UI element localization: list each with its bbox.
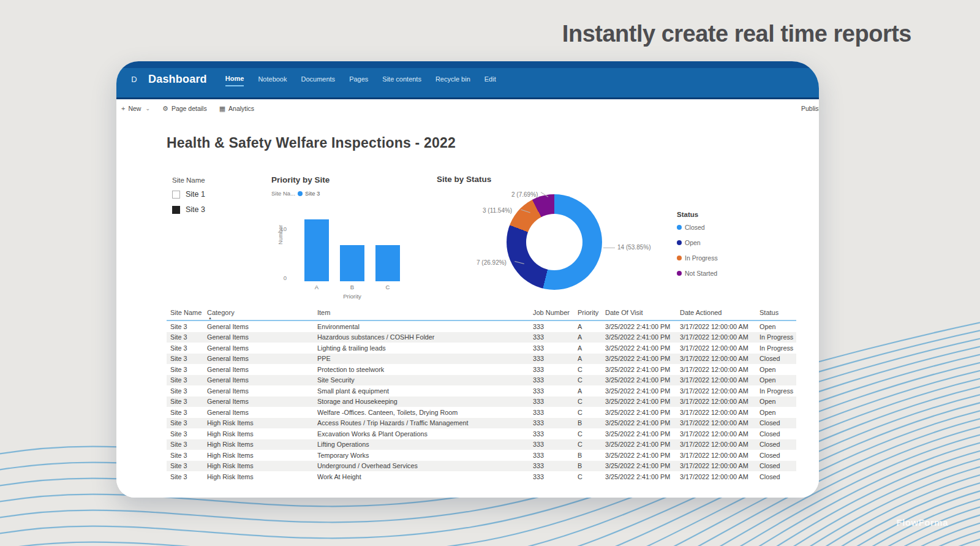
legend-item-closed[interactable]: Closed xyxy=(677,224,718,231)
legend-item-open[interactable]: Open xyxy=(677,239,718,246)
table-cell: 333 xyxy=(533,430,578,438)
table-cell: 333 xyxy=(533,366,578,373)
table-cell: 333 xyxy=(533,376,578,384)
table-cell: 3/17/2022 12:00:00 AM xyxy=(680,452,760,459)
nav-documents[interactable]: Documents xyxy=(301,73,335,86)
table-header-row: Site NameCategory▲ItemJob NumberPriority… xyxy=(167,309,796,321)
publish-button[interactable]: Publish xyxy=(801,99,819,118)
inspections-table: Site NameCategory▲ItemJob NumberPriority… xyxy=(167,309,796,482)
table-cell: Open xyxy=(760,376,796,384)
nav-home[interactable]: Home xyxy=(225,72,244,86)
checkbox-unchecked-icon[interactable] xyxy=(172,191,180,199)
table-cell: 3/17/2022 12:00:00 AM xyxy=(680,409,760,416)
table-row[interactable]: Site 3High Risk ItemsWork At Height333C3… xyxy=(167,471,796,482)
table-row[interactable]: Site 3General ItemsStorage and Housekeep… xyxy=(167,396,796,408)
table-cell: General Items xyxy=(207,355,317,362)
legend-item-not-started[interactable]: Not Started xyxy=(677,270,718,277)
table-row[interactable]: Site 3High Risk ItemsUnderground / Overh… xyxy=(167,461,796,472)
table-row[interactable]: Site 3High Risk ItemsExcavation Works & … xyxy=(167,428,796,439)
report-canvas: Health & Safety Welfare Inspections - 20… xyxy=(116,118,819,498)
table-cell: 3/17/2022 12:00:00 AM xyxy=(680,344,760,352)
bar-B[interactable] xyxy=(340,245,364,281)
table-cell: 3/25/2022 2:41:00 PM xyxy=(605,430,680,438)
column-header-category[interactable]: Category▲ xyxy=(207,309,317,316)
table-row[interactable]: Site 3General ItemsHazardous substances … xyxy=(167,332,796,343)
table-cell: Site Security xyxy=(317,376,533,384)
table-cell: 3/25/2022 2:41:00 PM xyxy=(605,441,680,448)
table-cell: Site 3 xyxy=(170,398,207,405)
table-row[interactable]: Site 3General ItemsPPE333A3/25/2022 2:41… xyxy=(167,354,796,365)
nav-pages[interactable]: Pages xyxy=(349,73,368,86)
column-header-priority[interactable]: Priority xyxy=(578,309,605,316)
column-header-status[interactable]: Status xyxy=(760,309,796,316)
analytics-icon: ▦ xyxy=(219,105,225,113)
top-nav: HomeNotebookDocumentsPagesSite contentsR… xyxy=(225,72,496,86)
table-row[interactable]: Site 3High Risk ItemsAccess Routes / Tri… xyxy=(167,418,796,429)
table-row[interactable]: Site 3General ItemsSmall plant & equipme… xyxy=(167,385,796,396)
table-cell: 3/17/2022 12:00:00 AM xyxy=(680,419,760,427)
table-cell: 3/17/2022 12:00:00 AM xyxy=(680,387,760,395)
table-cell: Site 3 xyxy=(170,323,207,330)
table-row[interactable]: Site 3General ItemsWelfare -Offices. Can… xyxy=(167,407,796,418)
nav-notebook[interactable]: Notebook xyxy=(258,73,287,86)
table-row[interactable]: Site 3General ItemsProtection to steelwo… xyxy=(167,364,796,375)
column-header-item[interactable]: Item xyxy=(317,309,533,316)
column-header-date-actioned[interactable]: Date Actioned xyxy=(680,309,760,316)
bar-chart-x-labels: ABC xyxy=(300,284,404,290)
nav-site-contents[interactable]: Site contents xyxy=(382,73,421,86)
checkbox-checked-icon[interactable] xyxy=(172,206,180,214)
bar-chart-title: Priority by Site xyxy=(271,175,330,184)
slicer-option-label: Site 1 xyxy=(186,190,205,199)
table-cell: Site 3 xyxy=(170,376,207,384)
table-cell: Open xyxy=(760,409,796,416)
new-button-label: New xyxy=(128,105,141,112)
nav-recycle-bin[interactable]: Recycle bin xyxy=(435,73,470,86)
analytics-label: Analytics xyxy=(228,105,254,112)
table-cell: General Items xyxy=(207,409,317,416)
bar-chart-x-axis-title: Priority xyxy=(300,293,404,300)
table-cell: B xyxy=(578,452,605,459)
legend-item-label: Closed xyxy=(685,224,705,231)
table-cell: 333 xyxy=(533,355,578,362)
table-row[interactable]: Site 3General ItemsLighting & trailing l… xyxy=(167,343,796,354)
column-header-job-number[interactable]: Job Number xyxy=(533,309,578,316)
table-cell: 3/17/2022 12:00:00 AM xyxy=(680,441,760,448)
bar-C[interactable] xyxy=(375,245,400,281)
slicer-option-site-1[interactable]: Site 1 xyxy=(172,190,205,199)
table-cell: Lifting Operations xyxy=(317,441,533,448)
column-header-site-name[interactable]: Site Name xyxy=(170,309,207,316)
table-row[interactable]: Site 3High Risk ItemsLifting Operations3… xyxy=(167,439,796,450)
donut-callout-closed: 14 (53.85%) xyxy=(617,244,650,251)
bar-legend-series: Site 3 xyxy=(305,190,320,197)
page-details-button[interactable]: ⚙ Page details xyxy=(162,105,207,113)
table-row[interactable]: Site 3General ItemsSite Security333C3/25… xyxy=(167,375,796,386)
bar-A[interactable] xyxy=(304,219,329,281)
callout-line xyxy=(603,248,615,248)
table-cell: 3/17/2022 12:00:00 AM xyxy=(680,462,760,469)
sort-ascending-icon: ▲ xyxy=(208,316,212,320)
legend-item-in-progress[interactable]: In Progress xyxy=(677,254,718,262)
analytics-button[interactable]: ▦ Analytics xyxy=(219,105,254,113)
slicer-option-site-3[interactable]: Site 3 xyxy=(172,205,205,214)
column-header-date-of-visit[interactable]: Date Of Visit xyxy=(605,309,680,316)
table-row[interactable]: Site 3General ItemsEnvironmental333A3/25… xyxy=(167,321,796,332)
table-cell: 3/25/2022 2:41:00 PM xyxy=(605,419,680,427)
table-cell: A xyxy=(578,323,605,330)
table-cell: Hazardous substances / COSHH Folder xyxy=(317,333,533,341)
table-cell: B xyxy=(578,462,605,469)
table-cell: High Risk Items xyxy=(207,419,317,427)
table-cell: Lighting & trailing leads xyxy=(317,344,533,352)
table-cell: 3/25/2022 2:41:00 PM xyxy=(605,376,680,384)
new-button[interactable]: + New ⌄ xyxy=(121,105,150,112)
table-cell: A xyxy=(578,387,605,395)
donut-chart xyxy=(507,194,602,290)
headline: Instantly create real time reports xyxy=(562,21,911,47)
nav-edit[interactable]: Edit xyxy=(484,73,496,86)
site-title[interactable]: Dashboard xyxy=(148,73,207,86)
site-logo[interactable]: D xyxy=(126,75,142,84)
table-cell: General Items xyxy=(207,387,317,395)
table-cell: In Progress xyxy=(760,344,796,352)
legend-item-label: In Progress xyxy=(685,254,718,262)
table-row[interactable]: Site 3High Risk ItemsTemporary Works333B… xyxy=(167,450,796,461)
table-cell: 333 xyxy=(533,462,578,469)
